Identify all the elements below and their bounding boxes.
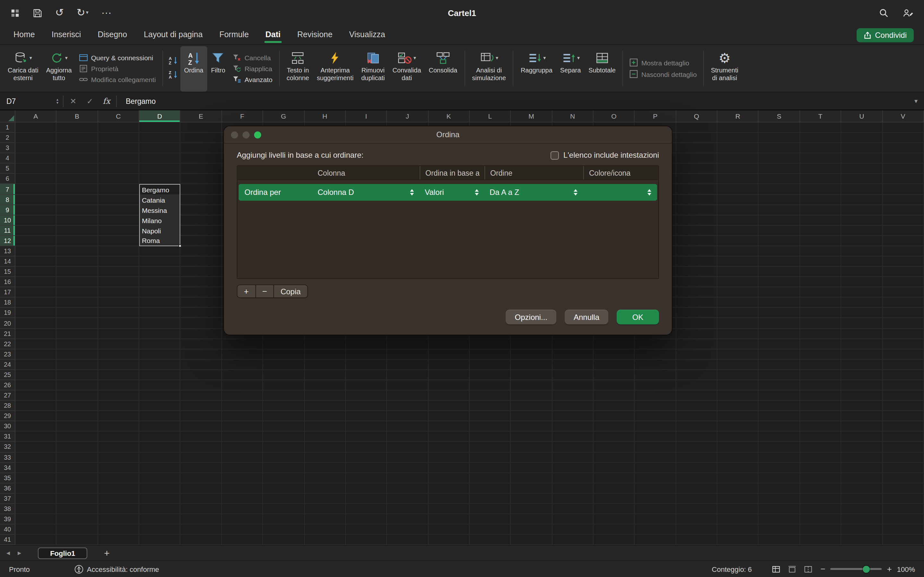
row-header[interactable]: 13 <box>0 246 15 256</box>
insert-function-icon[interactable]: fx <box>98 96 115 106</box>
row-header[interactable]: 29 <box>0 411 15 421</box>
row-header[interactable]: 6 <box>0 174 15 184</box>
zoom-level[interactable]: 100% <box>897 565 915 573</box>
confirm-entry-icon[interactable]: ✓ <box>81 97 98 105</box>
tab-layout-di-pagina[interactable]: Layout di pagina <box>136 27 211 43</box>
zoom-in-button[interactable]: + <box>887 564 892 574</box>
fill-handle[interactable] <box>179 244 182 247</box>
column-header[interactable]: F <box>222 110 263 122</box>
row-header[interactable]: 27 <box>0 390 15 401</box>
cancel-button[interactable]: Annulla <box>565 309 608 324</box>
redo-button[interactable]: ↻▾ <box>77 8 89 18</box>
cell[interactable]: Napoli <box>140 226 180 236</box>
row-header[interactable]: 21 <box>0 329 15 339</box>
refresh-all-button[interactable]: ▾ Aggiorna tutto <box>42 46 76 92</box>
advanced-filter-button[interactable]: Avanzato <box>232 75 272 83</box>
column-header[interactable]: E <box>181 110 222 122</box>
sort-ascending-button[interactable]: AZ <box>168 55 178 67</box>
properties-button[interactable]: Proprietà <box>79 64 156 72</box>
row-header[interactable]: 7 <box>0 184 15 195</box>
column-header[interactable]: O <box>594 110 635 122</box>
hide-detail-button[interactable]: Nascondi dettaglio <box>630 70 697 78</box>
column-header[interactable]: K <box>428 110 470 122</box>
row-header[interactable]: 37 <box>0 494 15 504</box>
row-header[interactable]: 39 <box>0 514 15 524</box>
row-header[interactable]: 19 <box>0 308 15 318</box>
row-header[interactable]: 10 <box>0 215 15 226</box>
page-layout-view-icon[interactable] <box>788 565 796 573</box>
load-external-data-button[interactable]: ▾ Carica dati esterni <box>4 46 42 92</box>
user-edit-icon[interactable] <box>903 8 914 18</box>
color-icon-select[interactable] <box>583 184 657 201</box>
column-header[interactable]: L <box>470 110 511 122</box>
row-header[interactable]: 15 <box>0 267 15 277</box>
cell[interactable]: Roma <box>140 236 180 245</box>
show-detail-button[interactable]: Mostra dettaglio <box>630 58 697 67</box>
share-button[interactable]: Condividi <box>856 28 914 42</box>
row-header[interactable]: 3 <box>0 143 15 153</box>
sort-button[interactable]: AZ Ordina <box>180 46 207 92</box>
cancel-entry-icon[interactable]: ✕ <box>65 97 81 105</box>
select-all-corner[interactable] <box>0 110 15 122</box>
row-header[interactable]: 38 <box>0 504 15 514</box>
row-header[interactable]: 16 <box>0 277 15 287</box>
chevron-down-icon[interactable]: ▾ <box>914 97 918 105</box>
ok-button[interactable]: OK <box>617 309 659 324</box>
row-header[interactable]: 22 <box>0 339 15 349</box>
page-break-view-icon[interactable] <box>804 565 812 573</box>
sort-level-row[interactable]: Ordina per Colonna D Valori Da A a Z <box>239 184 657 201</box>
flash-fill-button[interactable]: Anteprima suggerimenti <box>313 46 357 92</box>
column-header[interactable]: N <box>552 110 594 122</box>
tab-inserisci[interactable]: Inserisci <box>43 27 89 43</box>
row-header[interactable]: 30 <box>0 422 15 432</box>
app-grid-icon[interactable] <box>10 8 20 18</box>
column-header[interactable]: U <box>841 110 883 122</box>
tab-formule[interactable]: Formule <box>211 27 257 43</box>
row-header[interactable]: 23 <box>0 349 15 359</box>
column-header[interactable]: C <box>98 110 139 122</box>
tab-revisione[interactable]: Revisione <box>289 27 341 43</box>
row-header[interactable]: 9 <box>0 205 15 215</box>
tab-visualizza[interactable]: Visualizza <box>341 27 393 43</box>
sheet-tab-foglio1[interactable]: Foglio1 <box>38 547 87 559</box>
row-header[interactable]: 2 <box>0 133 15 143</box>
column-header[interactable]: D <box>139 110 181 122</box>
column-select[interactable]: Colonna D <box>312 184 420 201</box>
row-header[interactable]: 18 <box>0 298 15 308</box>
row-header[interactable]: 4 <box>0 153 15 163</box>
row-header[interactable]: 20 <box>0 318 15 329</box>
column-header[interactable]: T <box>800 110 842 122</box>
edit-links-button[interactable]: Modifica collegamenti <box>79 75 156 83</box>
row-header[interactable]: 40 <box>0 524 15 535</box>
cell[interactable]: Milano <box>140 215 180 226</box>
row-header[interactable]: 5 <box>0 164 15 174</box>
reapply-filter-button[interactable]: Riapplica <box>232 64 272 72</box>
tab-disegno[interactable]: Disegno <box>89 27 136 43</box>
column-header[interactable]: R <box>717 110 759 122</box>
row-header[interactable]: 11 <box>0 226 15 236</box>
analysis-tools-button[interactable]: ⚙ Strumenti di analisi <box>707 46 742 92</box>
row-header[interactable]: 17 <box>0 287 15 298</box>
name-box[interactable]: D7 ▲ ▼ <box>0 92 61 110</box>
group-button[interactable]: ▾ Raggruppa <box>517 46 556 92</box>
next-sheet-icon[interactable]: ▸ <box>18 549 21 557</box>
sort-descending-button[interactable]: ZA <box>168 69 178 81</box>
consolidate-button[interactable]: Consolida <box>425 46 461 92</box>
column-header[interactable]: V <box>883 110 924 122</box>
row-header[interactable]: 35 <box>0 473 15 483</box>
row-header[interactable]: 14 <box>0 256 15 267</box>
remove-level-button[interactable]: − <box>255 285 274 298</box>
include-headers-checkbox[interactable] <box>551 151 559 159</box>
more-commands-icon[interactable]: ··· <box>102 8 111 18</box>
accessibility-status[interactable]: Accessibilità: conforme <box>75 564 159 574</box>
what-if-analysis-button[interactable]: ▾ Analisi di simulazione <box>468 46 510 92</box>
zoom-slider-knob[interactable] <box>863 566 870 572</box>
save-icon[interactable] <box>33 8 42 18</box>
column-header[interactable]: Q <box>676 110 718 122</box>
row-header[interactable]: 31 <box>0 432 15 442</box>
row-header[interactable]: 33 <box>0 452 15 463</box>
row-header[interactable]: 28 <box>0 401 15 411</box>
column-header[interactable]: G <box>263 110 304 122</box>
column-header[interactable]: S <box>759 110 800 122</box>
clear-filter-button[interactable]: Cancella <box>232 53 272 61</box>
